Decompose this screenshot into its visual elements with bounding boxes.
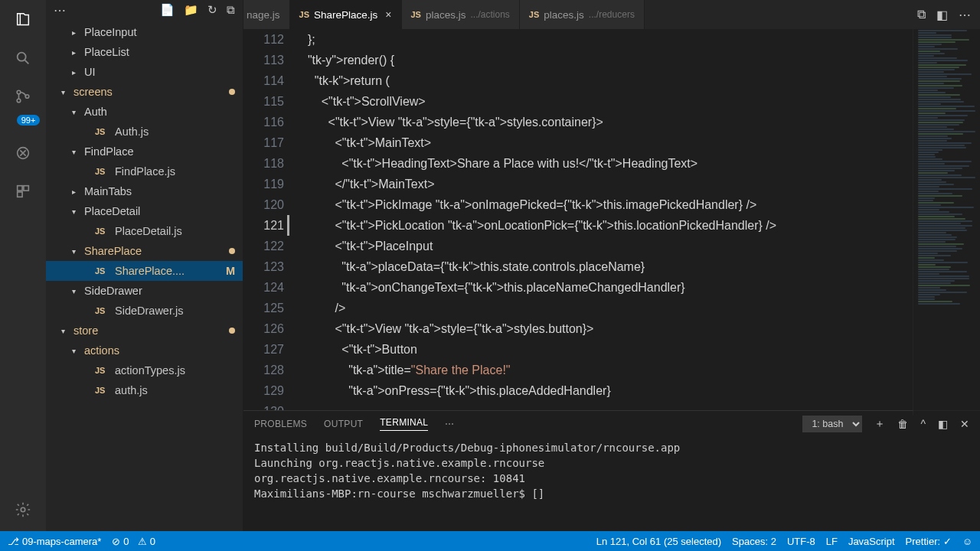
language-status[interactable]: JavaScript — [848, 536, 895, 547]
extensions-icon[interactable] — [12, 181, 34, 202]
tree-folder[interactable]: ▾Auth — [46, 102, 243, 122]
svg-rect-7 — [18, 192, 22, 197]
settings-icon[interactable] — [12, 499, 34, 520]
debug-icon[interactable] — [12, 142, 34, 164]
tab-output[interactable]: OUTPUT — [324, 419, 363, 429]
svg-point-2 — [17, 99, 21, 103]
more-icon[interactable]: ⋯ — [959, 8, 971, 22]
tree-file[interactable]: JSactionTypes.js — [46, 360, 243, 380]
tree-folder[interactable]: ▾SharePlace — [46, 241, 243, 261]
tree-folder[interactable]: ▸UI — [46, 62, 243, 82]
tree-folder[interactable]: ▾actions — [46, 341, 243, 360]
file-tree: ▸PlaceInput▸PlaceList▸UI▾screens▾AuthJSA… — [46, 22, 243, 400]
more-icon[interactable]: ⋯ — [445, 419, 454, 429]
tab-problems[interactable]: PROBLEMS — [254, 419, 307, 429]
bottom-panel: PROBLEMS OUTPUT TERMINAL ⋯ 1: bash ＋ 🗑 ^… — [243, 410, 980, 531]
encoding-status[interactable]: UTF-8 — [787, 536, 815, 547]
svg-point-8 — [21, 507, 25, 512]
terminal-output[interactable]: Installing build/Build/Products/Debug-ip… — [243, 437, 980, 531]
feedback-icon[interactable]: ☺ — [962, 536, 972, 547]
kill-terminal-icon[interactable]: 🗑 — [897, 418, 908, 430]
code-content[interactable]: }; "tk-y">render() { "tk-k">return ( <"t… — [301, 29, 980, 410]
tree-file[interactable]: JSPlaceDetail.js — [46, 221, 243, 241]
search-icon[interactable] — [12, 47, 34, 69]
panel-tabs: PROBLEMS OUTPUT TERMINAL ⋯ 1: bash ＋ 🗑 ^… — [243, 411, 980, 437]
tree-folder[interactable]: ▸PlaceInput — [46, 22, 243, 42]
tree-folder[interactable]: ▾store — [46, 321, 243, 341]
tree-file[interactable]: JSFindPlace.js — [46, 161, 243, 181]
terminal-select[interactable]: 1: bash — [802, 416, 862, 432]
explorer-sidebar: ⋯ 📄 📁 ↻ ⧉ ▸PlaceInput▸PlaceList▸UI▾scree… — [46, 0, 243, 531]
editor-tab[interactable]: nage.js — [243, 0, 290, 29]
tree-folder[interactable]: ▸PlaceList — [46, 42, 243, 62]
code-editor[interactable]: 1121131141151161171181191201211221231241… — [243, 29, 980, 410]
close-panel-icon[interactable]: ✕ — [960, 418, 969, 430]
cursor-indicator — [287, 215, 289, 236]
editor-tab[interactable]: JSplaces.js.../actions — [402, 0, 520, 29]
git-branch[interactable]: ⎇ 09-maps-camera* — [8, 536, 101, 547]
tree-folder[interactable]: ▾screens — [46, 82, 243, 102]
editor-tabs: nage.jsJSSharePlace.js×JSplaces.js.../ac… — [243, 0, 980, 29]
cursor-position[interactable]: Ln 121, Col 61 (25 selected) — [596, 536, 721, 547]
tree-folder[interactable]: ▾PlaceDetail — [46, 201, 243, 221]
collapse-icon[interactable]: ⧉ — [227, 3, 235, 18]
editor-tab[interactable]: JSSharePlace.js× — [290, 0, 402, 29]
tree-file[interactable]: JSAuth.js — [46, 122, 243, 142]
tree-folder[interactable]: ▸MainTabs — [46, 181, 243, 201]
eol-status[interactable]: LF — [826, 536, 838, 547]
svg-point-0 — [18, 53, 26, 61]
explorer-icon[interactable] — [12, 9, 34, 31]
svg-rect-6 — [24, 186, 28, 191]
indent-status[interactable]: Spaces: 2 — [732, 536, 776, 547]
close-tab-icon[interactable]: × — [385, 8, 391, 21]
activity-bar: 99+ — [0, 0, 46, 531]
problems-status[interactable]: ⊘ 0 ⚠ 0 — [112, 536, 155, 547]
prettier-status[interactable]: Prettier: ✓ — [906, 536, 952, 547]
svg-point-1 — [17, 90, 21, 94]
compare-icon[interactable]: ⧉ — [917, 8, 926, 22]
chevron-up-icon[interactable]: ^ — [920, 418, 926, 430]
explorer-actions: ⋯ 📄 📁 ↻ ⧉ — [46, 0, 243, 22]
svg-rect-5 — [18, 186, 22, 191]
tree-folder[interactable]: ▾SideDrawer — [46, 281, 243, 301]
scm-badge: 99+ — [17, 115, 41, 126]
tree-file[interactable]: JSSideDrawer.js — [46, 301, 243, 321]
source-control-icon[interactable] — [12, 86, 34, 107]
tree-folder[interactable]: ▾FindPlace — [46, 142, 243, 161]
editor-area: nage.jsJSSharePlace.js×JSplaces.js.../ac… — [243, 0, 980, 531]
split-icon[interactable]: ◧ — [938, 418, 948, 430]
tab-terminal[interactable]: TERMINAL — [380, 417, 428, 431]
refresh-icon[interactable]: ↻ — [207, 3, 217, 18]
tree-file[interactable]: JSauth.js — [46, 380, 243, 400]
split-editor-icon[interactable]: ◧ — [936, 8, 948, 22]
new-terminal-icon[interactable]: ＋ — [874, 417, 885, 431]
new-file-icon[interactable]: 📄 — [160, 3, 175, 18]
minimap[interactable] — [913, 29, 980, 416]
new-folder-icon[interactable]: 📁 — [184, 3, 198, 18]
line-gutter: 1121131141151161171181191201211221231241… — [243, 29, 301, 410]
editor-tab[interactable]: JSplaces.js.../reducers — [520, 0, 645, 29]
status-bar: ⎇ 09-maps-camera* ⊘ 0 ⚠ 0 Ln 121, Col 61… — [0, 531, 980, 551]
tree-file[interactable]: JSSharePlace....M — [46, 261, 243, 281]
